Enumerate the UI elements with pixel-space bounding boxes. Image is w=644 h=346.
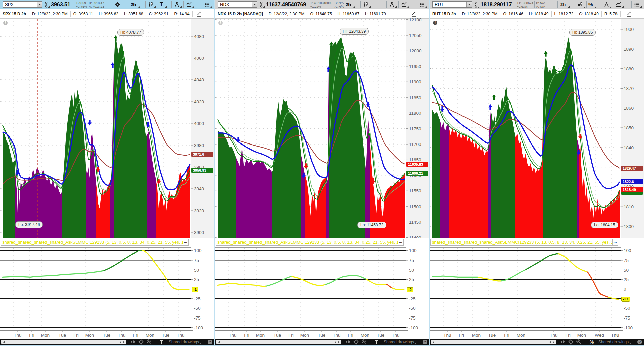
time-axis-label: Fri <box>504 333 509 338</box>
oscillator-line <box>218 283 266 286</box>
svg-text:3900: 3900 <box>194 230 204 235</box>
horizontal-scrollbar[interactable] <box>1 340 126 344</box>
lo-label: Lo: 3917.46 <box>15 221 43 228</box>
fit-width-icon[interactable] <box>130 339 136 345</box>
svg-text:4040: 4040 <box>194 77 204 82</box>
svg-text:4060: 4060 <box>194 56 204 61</box>
info-icon[interactable]: ! <box>218 21 223 25</box>
crosshair-icon[interactable] <box>353 339 359 345</box>
svg-text:11450: 11450 <box>409 220 421 225</box>
buy-arrow-icon <box>488 104 492 110</box>
price-chart[interactable]: 4080406040404020400039803960394039203900… <box>0 0 214 345</box>
svg-text:75: 75 <box>194 258 199 263</box>
indicator-label[interactable]: shared_shared_shared_shared_AskSLMMCI129… <box>430 239 613 246</box>
oscillator-line <box>608 297 619 299</box>
svg-text:-25: -25 <box>194 296 201 301</box>
drawing-tool-button[interactable]: T <box>160 339 163 345</box>
time-axis-label: Fri <box>73 333 79 338</box>
time-axis-label: Tue <box>274 333 281 338</box>
oscillator-line <box>587 272 608 297</box>
hi-label: Hi: 4078.77 <box>117 29 144 36</box>
shared-drawings-button[interactable]: Shared drawings <box>598 339 629 345</box>
time-axis-label: Tue <box>488 333 496 338</box>
crosshair-icon[interactable] <box>138 339 144 345</box>
indicator-more-button[interactable]: ... <box>613 239 618 246</box>
indicator-label[interactable]: shared_shared_shared_shared_AskSLMMCI129… <box>216 239 398 246</box>
zoom-icon[interactable] <box>361 339 367 345</box>
oscillator-line <box>104 250 143 271</box>
time-axis-label: Fri <box>565 333 571 338</box>
time-axis-label: Fri <box>29 333 34 338</box>
indicator-more-button[interactable]: ... <box>183 239 189 246</box>
drawing-tool-button[interactable]: T <box>375 339 378 345</box>
svg-text:50: 50 <box>194 268 199 273</box>
price-axis-bubble: 3971.6 <box>191 152 213 157</box>
help-icon[interactable]: ? <box>422 339 428 345</box>
svg-text:?: ? <box>209 340 211 344</box>
shared-drawings-button[interactable]: Shared drawings <box>169 339 199 345</box>
oscillator-line <box>387 285 392 288</box>
fit-width-icon[interactable] <box>560 339 566 345</box>
info-icon[interactable]: ! <box>3 21 8 25</box>
time-axis-label: Thu <box>392 333 399 338</box>
svg-text:11500: 11500 <box>409 204 421 209</box>
buy-arrow-icon <box>544 51 548 57</box>
svg-text:-75: -75 <box>624 315 630 321</box>
price-axis-bubble: 1829.47 <box>621 166 643 171</box>
svg-text:4020: 4020 <box>194 99 204 104</box>
time-axis-label: Mon <box>577 333 586 338</box>
zoom-icon[interactable] <box>576 339 582 345</box>
indicator-more-button[interactable]: ... <box>398 239 404 246</box>
svg-text:-100: -100 <box>194 325 203 330</box>
info-icon[interactable]: ! <box>433 21 437 25</box>
svg-text:-75: -75 <box>409 315 416 321</box>
oscillator-value-bubble: -1 <box>192 287 198 292</box>
price-axis-bubble: 1822.6 <box>621 179 643 184</box>
svg-text:1840: 1840 <box>624 145 634 150</box>
svg-text:11550: 11550 <box>409 188 421 193</box>
help-icon[interactable]: ? <box>207 339 213 345</box>
horizontal-scrollbar[interactable] <box>431 340 556 344</box>
svg-text:100: 100 <box>624 248 631 253</box>
svg-text:3920: 3920 <box>194 208 204 213</box>
oscillator-line <box>479 277 501 281</box>
indicator-label[interactable]: shared_shared_shared_shared_AskSLMMCI129… <box>1 239 183 246</box>
time-axis-label: Thu <box>550 333 557 338</box>
horizontal-scrollbar[interactable] <box>216 340 341 344</box>
oscillator-value-bubble: -2 <box>407 287 413 292</box>
svg-text:-100: -100 <box>409 325 418 330</box>
chart-bottom-bar: %Shared drawings? <box>430 339 644 345</box>
svg-text:25: 25 <box>624 277 629 282</box>
lo-label: Lo: 1804.15 <box>591 222 618 228</box>
svg-text:-100: -100 <box>624 325 633 330</box>
svg-text:-50: -50 <box>624 306 630 311</box>
time-axis-label: Fri <box>133 333 138 338</box>
chart-panel-RUT: RUT1818.290117+11.388674+0.63%B: N/AA: N… <box>430 0 644 345</box>
price-axis-bubble: 11606.21 <box>406 171 428 176</box>
svg-text:11750: 11750 <box>409 126 421 131</box>
svg-text:25: 25 <box>194 277 199 282</box>
svg-text:100: 100 <box>409 248 417 253</box>
svg-text:1860: 1860 <box>624 106 634 111</box>
svg-text:1900: 1900 <box>624 27 634 32</box>
chart-bottom-bar: TShared drawings? <box>0 339 214 345</box>
price-chart[interactable]: 1210012050120001195011900118501180011750… <box>215 0 429 345</box>
svg-text:1880: 1880 <box>624 66 634 71</box>
svg-text:50: 50 <box>624 268 629 273</box>
svg-text:11900: 11900 <box>409 79 421 84</box>
crosshair-icon[interactable] <box>568 339 574 345</box>
svg-text:50: 50 <box>409 268 414 273</box>
drawing-tool-button[interactable]: % <box>590 339 594 345</box>
svg-text:75: 75 <box>409 258 414 263</box>
time-axis-label: Mon <box>41 333 50 338</box>
zoom-icon[interactable] <box>146 339 152 345</box>
svg-text:3980: 3980 <box>194 143 204 148</box>
shared-drawings-button[interactable]: Shared drawings <box>384 339 414 345</box>
fit-width-icon[interactable] <box>345 339 351 345</box>
indicator-label-row: shared_shared_shared_shared_AskSLMMCI129… <box>215 238 429 246</box>
svg-text:-75: -75 <box>194 315 201 321</box>
svg-text:11850: 11850 <box>409 95 421 100</box>
oscillator-line <box>558 254 587 272</box>
help-icon[interactable]: ? <box>637 339 642 345</box>
price-chart[interactable]: 1900189018801870186018501840183018201810… <box>430 0 644 345</box>
